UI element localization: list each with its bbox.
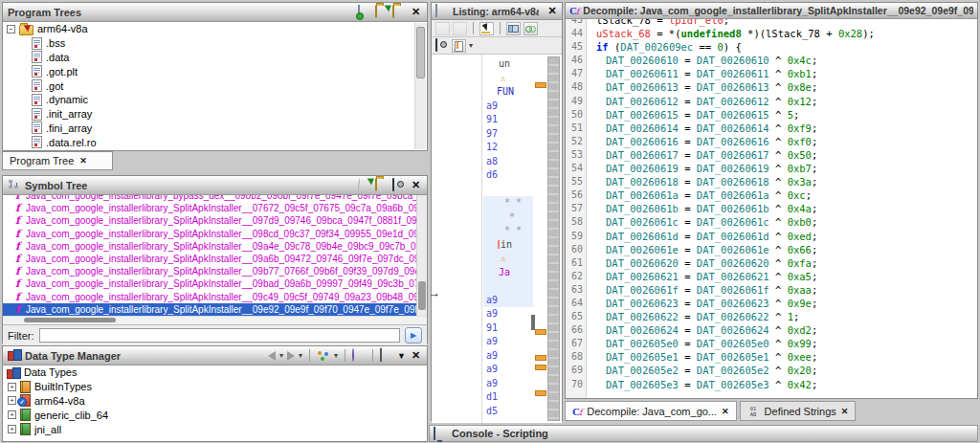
listing-cell[interactable]: * *	[483, 224, 533, 238]
tab-close-icon[interactable]: ✕	[841, 407, 849, 416]
listing-cell[interactable]: 91	[483, 321, 533, 336]
format-dropdown-icon[interactable]: ▾	[469, 40, 473, 52]
preferences-icon[interactable]	[352, 348, 354, 362]
tree-item[interactable]: .dynamic	[3, 93, 427, 107]
close-icon[interactable]: ✕	[546, 5, 558, 17]
code-line[interactable]: 54DAT_00260619 = DAT_00260619 ^ 0xb7;	[566, 162, 977, 175]
tab-close-icon[interactable]: ✕	[79, 156, 87, 166]
symbol-row[interactable]: fJava_com_google_installerlibrary_SplitA…	[3, 277, 427, 290]
listing-body[interactable]: → un⚠FUNa9919712a8d6* *** *in⚠Jaa9a991a9…	[432, 55, 562, 423]
code-line[interactable]: 63DAT_0026061f = DAT_0026061f ^ 0xaa;	[566, 283, 977, 297]
code-line[interactable]: 60DAT_0026061e = DAT_0026061e ^ 0x66;	[566, 243, 977, 256]
code-line[interactable]: 59DAT_0026061d = DAT_0026061d ^ 0xed;	[566, 230, 977, 243]
close-icon[interactable]: ✕	[410, 179, 422, 191]
tab-defined-strings[interactable]: 01 AB Defined Strings ✕	[740, 401, 857, 421]
code-line[interactable]: 68DAT_002605e1 = DAT_002605e1 ^ 0xee;	[566, 350, 977, 364]
tab-decompile[interactable]: Cf Decompile: Java_com_go... ✕	[565, 401, 737, 421]
symbol-vscrollbar[interactable]	[416, 195, 427, 316]
dtm-root[interactable]: Data Types	[3, 365, 427, 380]
symbol-row[interactable]: fJava_com_google_installerlibrary_SplitA…	[3, 291, 427, 303]
filter-input[interactable]	[39, 328, 401, 343]
tree-item[interactable]: .got	[3, 78, 427, 93]
listing-cell[interactable]: Ja	[483, 266, 533, 280]
listing-cell[interactable]: a9	[483, 100, 533, 114]
listing-cell[interactable]: FUN	[483, 85, 533, 100]
listing-cell[interactable]: 91	[483, 113, 533, 127]
tree-item[interactable]: .data	[3, 51, 427, 65]
symbol-row[interactable]: fJava_com_google_installerlibrary_SplitA…	[3, 202, 427, 214]
console-scripting-bar[interactable]: Console - Scripting	[429, 425, 978, 442]
listing-cell[interactable]: * *	[483, 196, 533, 210]
listing-cell[interactable]: a9	[483, 349, 533, 364]
symbol-row-selected[interactable]: fJava_com_google_installerlibrary_SplitA…	[3, 303, 427, 316]
code-line[interactable]: 70DAT_002605e3 = DAT_002605e3 ^ 0x42;	[566, 378, 977, 391]
symbol-hscrollbar[interactable]	[3, 316, 427, 324]
menu-dropdown-icon[interactable]: ▼	[397, 350, 406, 362]
listing-cell[interactable]	[483, 183, 533, 197]
listing-cell[interactable]: *	[483, 210, 533, 225]
listing-scroll-thumb[interactable]	[531, 315, 535, 330]
filter-go-icon[interactable]: ▶	[405, 327, 422, 343]
close-icon[interactable]: ✕	[410, 349, 422, 362]
expand-tree-icon[interactable]	[392, 5, 394, 18]
listing-cell[interactable]	[483, 279, 533, 294]
code-line[interactable]: 48DAT_00260613 = DAT_00260613 ^ 0x8e;	[566, 80, 977, 94]
code-line[interactable]: 45if (DAT_002609ec == 0) {	[566, 40, 977, 54]
tree-item[interactable]: .fini_array	[3, 122, 427, 136]
code-line[interactable]: 66DAT_00260624 = DAT_00260624 ^ 0xd2;	[566, 323, 977, 337]
listing-warning-icon[interactable]: ⚠	[483, 72, 533, 86]
listing-cell[interactable]: 97	[483, 127, 533, 142]
listing-cell[interactable]: d1	[483, 390, 533, 405]
listing-cell[interactable]: un	[483, 57, 533, 72]
new-tree-icon[interactable]	[358, 5, 360, 18]
link-icon[interactable]	[523, 22, 538, 35]
code-line[interactable]: 46DAT_00260610 = DAT_00260610 ^ 0x4c;	[566, 54, 977, 67]
symbol-row[interactable]: fJava_com_google_installerlibrary_SplitA…	[3, 253, 427, 265]
expand-all-icon[interactable]	[375, 178, 377, 191]
listing-cell[interactable]: 12	[483, 141, 533, 155]
listing-cell[interactable]: a9	[483, 294, 533, 308]
snapshot-icon[interactable]	[435, 38, 437, 52]
code-line[interactable]: 58DAT_0026061c = DAT_0026061c ^ 0xb0;	[566, 215, 977, 229]
symbol-row[interactable]: fJava_com_google_installerlibrary_SplitA…	[3, 228, 427, 240]
code-line[interactable]: 44uStack_68 = *(undefined8 *)(lStack_78 …	[566, 27, 977, 40]
edit-icon[interactable]	[358, 178, 360, 191]
code-line[interactable]: 51DAT_00260614 = DAT_00260614 ^ 0xf9;	[566, 122, 977, 135]
tab-close-icon[interactable]: ✕	[722, 407, 729, 416]
symbol-row[interactable]: fJava_com_google_installerlibrary_SplitA…	[3, 240, 427, 253]
forward-arrow-icon[interactable]	[287, 351, 295, 361]
symbol-list[interactable]: fJava_com_google_installerlibrary_bypass…	[3, 195, 427, 316]
tree-item-root[interactable]: −arm64-v8a	[3, 22, 427, 36]
listing-warning-icon[interactable]: ⚠	[483, 252, 533, 266]
code-line[interactable]: 49DAT_00260612 = DAT_00260612 ^ 0x12;	[566, 95, 977, 108]
dtm-tree[interactable]: Data Types+BuiltInTypes+✓arm64-v8a+gener…	[3, 365, 427, 441]
field-format-icon[interactable]	[452, 39, 466, 53]
close-icon[interactable]: ✕	[410, 6, 422, 18]
code-line[interactable]: 50DAT_00260615 = DAT_00260615 ^ 5;	[566, 108, 977, 122]
code-line[interactable]: 61DAT_00260620 = DAT_00260620 ^ 0xfa;	[566, 256, 977, 270]
program-tree-scrollbar[interactable]	[414, 23, 426, 149]
cursor-tool-icon[interactable]	[479, 22, 494, 35]
listing-scrollbar[interactable]	[547, 56, 560, 421]
code-line[interactable]: 52DAT_00260616 = DAT_00260616 ^ 0xf0;	[566, 135, 977, 148]
tab-program-tree[interactable]: Program Tree ✕	[2, 151, 113, 170]
code-line[interactable]: 55DAT_00260618 = DAT_00260618 ^ 0x3a;	[566, 175, 977, 188]
tree-item[interactable]: .init_array	[3, 107, 427, 122]
code-line[interactable]: 65DAT_00260622 = DAT_00260622 ^ 1;	[566, 310, 977, 323]
listing-cell[interactable]: a8	[483, 155, 533, 169]
symbol-row[interactable]: fJava_com_google_installerlibrary_SplitA…	[3, 214, 427, 227]
code-line[interactable]: 57DAT_0026061b = DAT_0026061b ^ 0x4a;	[566, 202, 977, 215]
snapshot-icon[interactable]	[392, 178, 394, 191]
code-line[interactable]: 62DAT_00260621 = DAT_00260621 ^ 0xa5;	[566, 270, 977, 283]
listing-cell[interactable]: in	[483, 238, 533, 253]
dtm-item[interactable]: +jni_all	[3, 422, 427, 436]
listing-cell[interactable]: d5	[483, 405, 533, 419]
code-line[interactable]: 69DAT_002605e2 = DAT_002605e2 ^ 0x20;	[566, 364, 977, 377]
back-arrow-icon[interactable]	[268, 351, 276, 361]
code-line[interactable]: 67DAT_002605e0 = DAT_002605e0 ^ 0x99;	[566, 337, 977, 350]
tree-item[interactable]: .bss	[3, 36, 427, 51]
paste-icon[interactable]	[453, 22, 467, 35]
dtm-item[interactable]: +generic_clib_64	[3, 408, 427, 422]
listing-cell[interactable]: a9	[483, 377, 533, 391]
copy-icon[interactable]	[435, 22, 450, 35]
